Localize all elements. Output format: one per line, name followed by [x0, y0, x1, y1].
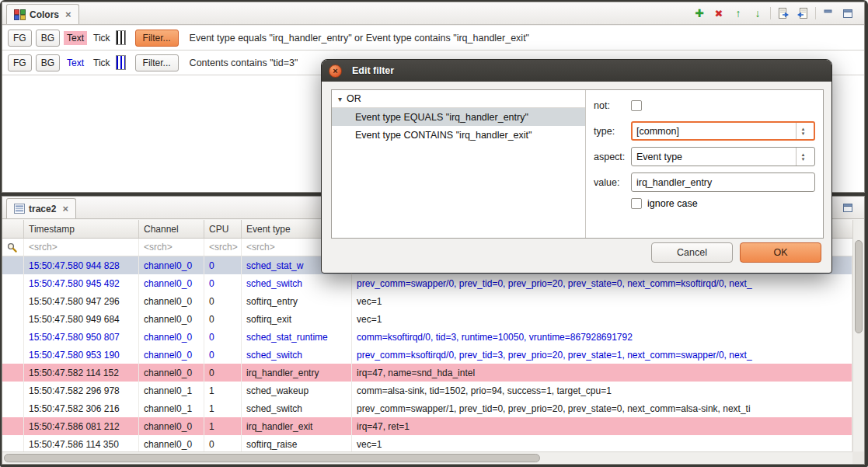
close-button[interactable]: × — [329, 64, 342, 78]
cell-channel[interactable]: channel0_0 — [139, 310, 204, 328]
cell-contents[interactable]: comm=alsa-sink, tid=1502, prio=94, succe… — [352, 382, 852, 399]
cell-channel[interactable]: channel0_0 — [139, 292, 204, 310]
value-input[interactable] — [631, 173, 815, 192]
tree-node-or[interactable]: ▾ OR — [332, 90, 585, 108]
horizontal-scrollbar[interactable] — [2, 451, 852, 464]
event-row[interactable]: 15:50:47.580 950 807channel0_00sched_sta… — [2, 328, 852, 346]
expand-arrow-icon[interactable]: ▾ — [338, 95, 342, 103]
cell-cpu[interactable]: 0 — [204, 328, 242, 346]
maximize-view-button[interactable] — [841, 200, 855, 214]
tab-close-icon[interactable]: × — [65, 9, 71, 20]
cell-cpu[interactable]: 1 — [204, 417, 242, 435]
event-row[interactable]: 15:50:47.582 114 152channel0_00irq_handl… — [2, 364, 852, 382]
filter-button[interactable]: Filter... — [135, 54, 179, 71]
cell-contents[interactable]: comm=ksoftirqd/0, tid=3, runtime=10050, … — [352, 328, 852, 346]
maximize-view-button[interactable] — [841, 6, 855, 20]
column-header-channel[interactable]: Channel — [139, 220, 204, 238]
cell-contents[interactable]: prev_comm=swapper/1, prev_tid=0, prev_pr… — [352, 399, 852, 417]
cell-timestamp[interactable]: 15:50:47.582 306 216 — [24, 399, 139, 417]
tab-trace2[interactable]: trace2 × — [6, 198, 76, 218]
cell-cpu[interactable]: 1 — [204, 399, 242, 417]
not-checkbox[interactable] — [631, 100, 642, 111]
row-marker[interactable] — [2, 310, 24, 328]
cell-timestamp[interactable]: 15:50:47.580 950 807 — [24, 328, 139, 346]
cell-channel[interactable]: channel0_0 — [139, 417, 204, 435]
vertical-scrollbar-thumb[interactable] — [855, 240, 863, 333]
cell-channel[interactable]: channel0_0 — [139, 274, 204, 292]
event-row[interactable]: 15:50:47.586 081 212channel0_01irq_handl… — [2, 417, 852, 435]
minimize-view-button[interactable] — [821, 6, 835, 20]
column-header-timestamp[interactable]: Timestamp — [24, 220, 139, 238]
add-color-button[interactable]: ✚ — [692, 6, 706, 20]
cell-cpu[interactable]: 0 — [204, 310, 242, 328]
color-setting-row[interactable]: FGBGTextTickFilter...Event type equals "… — [2, 26, 864, 51]
cell-event-type[interactable]: softirq_entry — [242, 292, 352, 310]
filter-tree-node[interactable]: Event type EQUALS "irq_handler_entry" — [332, 108, 585, 126]
event-row[interactable]: 15:50:47.580 947 296channel0_00softirq_e… — [2, 292, 852, 310]
event-row[interactable]: 15:50:47.582 296 978channel0_11sched_wak… — [2, 382, 852, 399]
cell-cpu[interactable]: 0 — [204, 364, 242, 382]
cell-event-type[interactable]: irq_handler_exit — [242, 417, 352, 435]
cell-contents[interactable]: vec=1 — [352, 292, 852, 310]
cell-cpu[interactable]: 0 — [204, 435, 242, 451]
delete-color-button[interactable]: ✖ — [712, 6, 726, 20]
cell-timestamp[interactable]: 15:50:47.580 947 296 — [24, 292, 139, 310]
vertical-scrollbar[interactable] — [852, 220, 864, 451]
cell-timestamp[interactable]: 15:50:47.580 944 828 — [24, 256, 139, 274]
cell-timestamp[interactable]: 15:50:47.586 081 212 — [24, 417, 139, 435]
cell-contents[interactable]: prev_comm=swapper/0, prev_tid=0, prev_pr… — [352, 274, 852, 292]
cell-channel[interactable]: channel0_1 — [139, 399, 204, 417]
cell-event-type[interactable]: sched_switch — [242, 274, 352, 292]
filter-tree-node[interactable]: Event type CONTAINS "irq_handler_exit" — [332, 126, 585, 144]
type-combo[interactable]: [common] ▴▾ — [631, 121, 815, 141]
cell-contents[interactable]: irq=47, name=snd_hda_intel — [352, 364, 852, 382]
move-down-button[interactable]: ↓ — [751, 6, 765, 20]
cell-timestamp[interactable]: 15:50:47.582 296 978 — [24, 382, 139, 399]
search-field-cpu[interactable]: <srch> — [204, 239, 242, 256]
filter-button[interactable]: Filter... — [135, 30, 179, 47]
row-marker[interactable] — [2, 346, 24, 364]
cell-timestamp[interactable]: 15:50:47.580 945 492 — [24, 274, 139, 292]
row-marker[interactable] — [2, 435, 24, 451]
row-marker[interactable] — [2, 399, 24, 417]
import-colors-button[interactable] — [796, 6, 810, 20]
dialog-titlebar[interactable]: × Edit filter — [322, 60, 831, 82]
cell-cpu[interactable]: 0 — [204, 292, 242, 310]
cell-cpu[interactable]: 0 — [204, 256, 242, 274]
cell-event-type[interactable]: irq_handler_entry — [242, 364, 352, 382]
search-field-channel[interactable]: <srch> — [139, 239, 204, 256]
fg-color-button[interactable]: FG — [8, 30, 32, 47]
cell-channel[interactable]: channel0_0 — [139, 346, 204, 364]
bg-color-button[interactable]: BG — [36, 30, 60, 47]
cell-channel[interactable]: channel0_1 — [139, 382, 204, 399]
cell-channel[interactable]: channel0_0 — [139, 435, 204, 451]
cell-cpu[interactable]: 1 — [204, 382, 242, 399]
cell-contents[interactable]: vec=1 — [352, 310, 852, 328]
event-row[interactable]: 15:50:47.580 949 684channel0_00softirq_e… — [2, 310, 852, 328]
move-up-button[interactable]: ↑ — [731, 6, 745, 20]
cell-timestamp[interactable]: 15:50:47.582 114 152 — [24, 364, 139, 382]
cell-cpu[interactable]: 0 — [204, 346, 242, 364]
row-marker[interactable] — [2, 382, 24, 399]
row-marker[interactable] — [2, 292, 24, 310]
bg-color-button[interactable]: BG — [36, 54, 60, 71]
cell-channel[interactable]: channel0_0 — [139, 328, 204, 346]
cell-channel[interactable]: channel0_0 — [139, 364, 204, 382]
cell-event-type[interactable]: sched_wakeup — [242, 382, 352, 399]
row-marker[interactable] — [2, 274, 24, 292]
cell-timestamp[interactable]: 15:50:47.580 953 190 — [24, 346, 139, 364]
column-header-cpu[interactable]: CPU — [204, 220, 242, 238]
cell-cpu[interactable]: 0 — [204, 274, 242, 292]
tick-color-swatch[interactable] — [116, 30, 126, 45]
cell-event-type[interactable]: softirq_raise — [242, 435, 352, 451]
aspect-combo[interactable]: Event type ▴▾ — [631, 147, 815, 166]
search-field-timestamp[interactable]: <srch> — [24, 239, 139, 256]
cell-event-type[interactable]: sched_switch — [242, 346, 352, 364]
event-row[interactable]: 15:50:47.580 953 190channel0_00sched_swi… — [2, 346, 852, 364]
spinner-icon[interactable]: ▴▾ — [796, 148, 810, 166]
event-row[interactable]: 15:50:47.586 114 350channel0_00softirq_r… — [2, 435, 852, 451]
spinner-icon[interactable]: ▴▾ — [796, 123, 810, 139]
ignore-case-checkbox[interactable] — [631, 198, 642, 209]
tick-color-swatch[interactable] — [116, 55, 126, 70]
cell-contents[interactable]: prev_comm=ksoftirqd/0, prev_tid=3, prev_… — [352, 346, 852, 364]
